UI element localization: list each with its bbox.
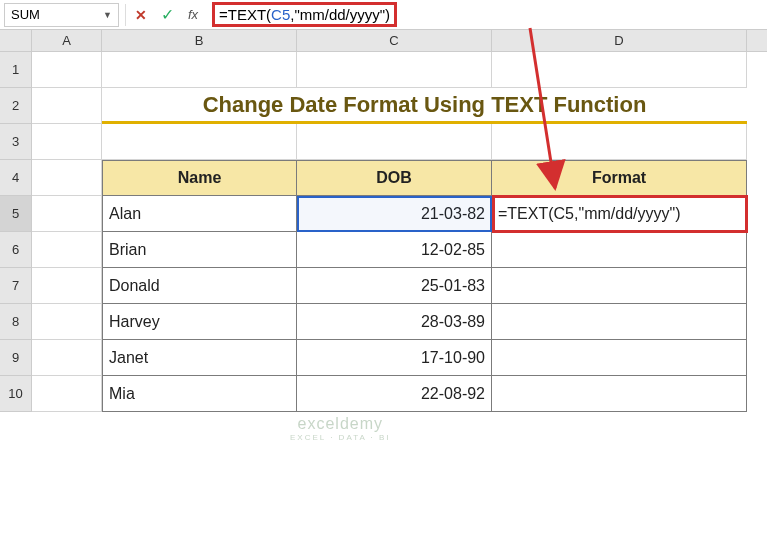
row-header[interactable]: 7 — [0, 268, 32, 304]
row-header[interactable]: 6 — [0, 232, 32, 268]
cell-name[interactable]: Alan — [102, 196, 297, 232]
cell-A3[interactable] — [32, 124, 102, 160]
separator — [125, 4, 126, 26]
cell-A7[interactable] — [32, 268, 102, 304]
chevron-down-icon[interactable]: ▼ — [103, 10, 112, 20]
cell-name[interactable]: Mia — [102, 376, 297, 412]
col-header-C[interactable]: C — [297, 30, 492, 51]
col-header-D[interactable]: D — [492, 30, 747, 51]
cell-A2[interactable] — [32, 88, 102, 124]
cell-format[interactable] — [492, 376, 747, 412]
cell-A5[interactable] — [32, 196, 102, 232]
formula-text-suffix: ,"mm/dd/yyyy") — [290, 6, 390, 23]
x-icon: ✕ — [135, 7, 147, 23]
cell-A10[interactable] — [32, 376, 102, 412]
row-header[interactable]: 3 — [0, 124, 32, 160]
cell-format[interactable] — [492, 232, 747, 268]
grid: 1 2 Change Date Format Using TEXT Functi… — [0, 52, 767, 412]
formula-highlight: =TEXT(C5,"mm/dd/yyyy") — [212, 2, 397, 27]
row-header[interactable]: 4 — [0, 160, 32, 196]
cell-A1[interactable] — [32, 52, 102, 88]
cancel-button[interactable]: ✕ — [128, 3, 154, 27]
row-header[interactable]: 9 — [0, 340, 32, 376]
enter-button[interactable]: ✓ — [154, 3, 180, 27]
cell-B3[interactable] — [102, 124, 297, 160]
fx-button[interactable]: fx — [180, 3, 206, 27]
cell-format[interactable] — [492, 268, 747, 304]
cell-A6[interactable] — [32, 232, 102, 268]
cell-name[interactable]: Donald — [102, 268, 297, 304]
cell-dob[interactable]: 25-01-83 — [297, 268, 492, 304]
page-title: Change Date Format Using TEXT Function — [203, 92, 647, 118]
cell-C1[interactable] — [297, 52, 492, 88]
row-header[interactable]: 8 — [0, 304, 32, 340]
cell-dob[interactable]: 21-03-82 — [297, 196, 492, 232]
header-name[interactable]: Name — [102, 160, 297, 196]
formula-bar: SUM ▼ ✕ ✓ fx =TEXT(C5,"mm/dd/yyyy") — [0, 0, 767, 30]
cell-format[interactable] — [492, 340, 747, 376]
formula-cell-ref: C5 — [271, 6, 290, 23]
watermark: exceldemy EXCEL · DATA · BI — [290, 415, 391, 442]
formula-input[interactable]: =TEXT(C5,"mm/dd/yyyy") — [206, 3, 767, 27]
col-header-B[interactable]: B — [102, 30, 297, 51]
cell-format[interactable] — [492, 304, 747, 340]
col-header-A[interactable]: A — [32, 30, 102, 51]
cell-A8[interactable] — [32, 304, 102, 340]
cell-dob[interactable]: 22-08-92 — [297, 376, 492, 412]
name-box-value: SUM — [11, 7, 103, 22]
row-header[interactable]: 10 — [0, 376, 32, 412]
name-box[interactable]: SUM ▼ — [4, 3, 119, 27]
header-format[interactable]: Format — [492, 160, 747, 196]
cell-name[interactable]: Brian — [102, 232, 297, 268]
row-header[interactable]: 1 — [0, 52, 32, 88]
watermark-line1: exceldemy — [290, 415, 391, 433]
cell-A9[interactable] — [32, 340, 102, 376]
watermark-line2: EXCEL · DATA · BI — [290, 433, 391, 442]
title-cell[interactable]: Change Date Format Using TEXT Function — [102, 88, 747, 124]
cell-D1[interactable] — [492, 52, 747, 88]
cell-dob[interactable]: 17-10-90 — [297, 340, 492, 376]
cell-dob[interactable]: 12-02-85 — [297, 232, 492, 268]
row-header[interactable]: 2 — [0, 88, 32, 124]
select-all-cell[interactable] — [0, 30, 32, 51]
cell-format[interactable]: =TEXT(C5,"mm/dd/yyyy") — [492, 196, 747, 232]
cell-D3[interactable] — [492, 124, 747, 160]
formula-text-prefix: =TEXT( — [219, 6, 271, 23]
cell-C3[interactable] — [297, 124, 492, 160]
cell-dob[interactable]: 28-03-89 — [297, 304, 492, 340]
fx-icon: fx — [188, 7, 198, 22]
cell-name[interactable]: Harvey — [102, 304, 297, 340]
header-dob[interactable]: DOB — [297, 160, 492, 196]
column-headers: A B C D — [0, 30, 767, 52]
check-icon: ✓ — [161, 5, 174, 24]
cell-A4[interactable] — [32, 160, 102, 196]
cell-B1[interactable] — [102, 52, 297, 88]
cell-name[interactable]: Janet — [102, 340, 297, 376]
row-header[interactable]: 5 — [0, 196, 32, 232]
